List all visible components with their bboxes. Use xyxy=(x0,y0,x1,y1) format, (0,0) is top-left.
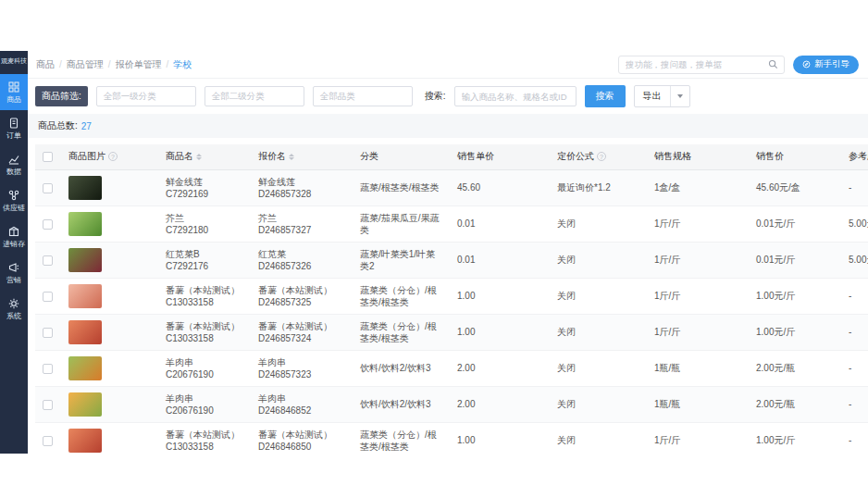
breadcrumb-item-quote-management[interactable]: 报价单管理 xyxy=(104,58,162,71)
col-header-unit-price: 销售单价 xyxy=(457,151,494,161)
product-image[interactable] xyxy=(68,392,102,417)
settings-gear-icon xyxy=(8,298,19,309)
col-header-product-name: 商品名 xyxy=(166,151,193,161)
help-icon[interactable] xyxy=(597,152,606,161)
sale-spec: 1瓶/瓶 xyxy=(654,399,680,409)
main-content: 商品 商品管理 报价单管理 学校 新手引导 xyxy=(28,51,868,454)
row-checkbox[interactable] xyxy=(43,183,53,193)
quote-name: 红苋菜 xyxy=(258,248,345,260)
help-icon[interactable] xyxy=(108,152,118,161)
filter-tag: 商品筛选: xyxy=(35,86,88,106)
row-checkbox[interactable] xyxy=(43,292,53,302)
table-row: 红苋菜B C7292176 红苋菜 D246857326 蔬菜/叶菜类1/叶菜类… xyxy=(35,242,868,278)
product-image[interactable] xyxy=(68,356,102,380)
sidebar-item-marketing[interactable]: 营销 xyxy=(0,255,28,291)
quote-code: D246857326 xyxy=(258,260,345,272)
product-search-input[interactable] xyxy=(454,86,577,106)
sale-price: 1.00元/斤 xyxy=(756,327,795,337)
sale-price: 1.00元/斤 xyxy=(756,435,795,445)
category-level1-select[interactable]: 全部一级分类 xyxy=(96,86,196,106)
table-row: 羊肉串 C20676190 羊肉串 D246857323 饮料/饮料2/饮料3 … xyxy=(35,350,868,386)
search-icon[interactable] xyxy=(768,59,778,69)
sort-icon[interactable] xyxy=(289,154,294,161)
row-checkbox[interactable] xyxy=(43,400,53,410)
product-image[interactable] xyxy=(68,248,102,272)
product-name: 番薯（本站测试） xyxy=(166,320,243,332)
product-code: C13033158 xyxy=(166,332,243,344)
export-button[interactable]: 导出 xyxy=(634,85,690,107)
breadcrumb-item-school[interactable]: 学校 xyxy=(162,58,192,71)
row-checkbox[interactable] xyxy=(43,436,53,446)
quote-code: D246857325 xyxy=(258,296,345,308)
sale-spec: 1斤/斤 xyxy=(654,291,680,301)
quote-code: D246846850 xyxy=(258,441,345,453)
reference-cost: - xyxy=(849,435,851,445)
row-checkbox[interactable] xyxy=(43,219,53,230)
row-checkbox[interactable] xyxy=(43,328,53,338)
global-search-input[interactable] xyxy=(619,59,768,69)
product-name: 羊肉串 xyxy=(166,356,243,368)
guide-button[interactable]: 新手引导 xyxy=(793,56,859,74)
product-name: 番薯（本站测试） xyxy=(166,429,243,441)
global-search[interactable] xyxy=(618,56,785,74)
reference-cost: 5.00元 xyxy=(849,255,868,265)
product-image[interactable] xyxy=(68,320,102,344)
col-header-category: 分类 xyxy=(360,151,378,161)
sidebar-item-inventory[interactable]: 进销存 xyxy=(0,218,28,255)
quote-code: D246857324 xyxy=(258,332,345,344)
category-level3-select[interactable]: 全部品类 xyxy=(313,86,413,106)
quote-name: 番薯（本站测试） xyxy=(258,284,345,296)
pricing-formula: 关闭 xyxy=(557,327,576,337)
sale-price: 2.00元/瓶 xyxy=(756,399,795,409)
product-code: C7292169 xyxy=(166,188,243,200)
reference-cost: - xyxy=(849,182,851,193)
guide-button-label: 新手引导 xyxy=(814,58,849,70)
quote-code: D246857323 xyxy=(258,368,345,380)
pricing-formula: 关闭 xyxy=(557,399,576,409)
product-name: 羊肉串 xyxy=(166,392,243,405)
product-image[interactable] xyxy=(68,212,102,236)
table-row: 羊肉串 C20676190 羊肉串 D246846852 饮料/饮料2/饮料3 … xyxy=(35,386,868,422)
product-image[interactable] xyxy=(68,429,102,453)
filter-bar: 商品筛选: 全部一级分类 全部二级分类 全部品类 搜索: 搜索 导出 xyxy=(28,79,868,114)
product-name: 芥兰 xyxy=(166,212,243,224)
sale-price: 2.00元/瓶 xyxy=(756,363,795,373)
category-text: 蔬菜/茄果瓜豆/果蔬类 xyxy=(360,213,440,235)
app-logo: 观麦科技 xyxy=(0,51,28,74)
sidebar-item-settings[interactable]: 系统 xyxy=(0,291,28,327)
row-checkbox[interactable] xyxy=(43,255,53,266)
sort-icon[interactable] xyxy=(196,154,202,161)
category-text: 蔬菜类（分仓）/根茎类/根茎类 xyxy=(360,285,437,307)
sidebar: 观麦科技 商品 订单 数据 供应链 xyxy=(0,51,28,454)
search-button[interactable]: 搜索 xyxy=(585,85,626,107)
orders-icon xyxy=(8,118,19,129)
chevron-down-icon[interactable] xyxy=(670,86,689,106)
sidebar-item-supply-chain[interactable]: 供应链 xyxy=(0,182,28,218)
sidebar-item-data[interactable]: 数据 xyxy=(0,146,28,182)
table-row: 番薯（本站测试） C13033158 番薯（本站测试） D246857324 蔬… xyxy=(35,314,868,350)
sidebar-item-products[interactable]: 商品 xyxy=(0,74,28,110)
table-row: 番薯（本站测试） C13033158 番薯（本站测试） D246857325 蔬… xyxy=(35,278,868,314)
col-header-pricing-formula: 定价公式 xyxy=(557,151,594,161)
data-icon xyxy=(8,154,19,165)
reference-cost: - xyxy=(849,399,851,409)
quote-code: D246857328 xyxy=(258,188,345,200)
select-all-checkbox[interactable] xyxy=(43,152,53,162)
product-image[interactable] xyxy=(68,284,102,308)
table-body: 鲜金线莲 C7292169 鲜金线莲 D246857328 蔬菜/根茎类/根茎类… xyxy=(35,169,868,454)
row-checkbox[interactable] xyxy=(43,364,53,374)
pricing-formula: 关闭 xyxy=(557,218,576,229)
category-level2-select[interactable]: 全部二级分类 xyxy=(205,86,304,106)
total-count-value: 27 xyxy=(81,121,92,131)
col-header-quote-name: 报价名 xyxy=(258,151,286,161)
unit-price: 2.00 xyxy=(457,363,475,373)
table-header-row: 商品图片 商品名 报价名 分类 销售单价 定价公式 销售规格 销售价 参考成 xyxy=(35,144,868,169)
category-text: 饮料/饮料2/饮料3 xyxy=(360,363,431,373)
product-code: C7292176 xyxy=(166,260,243,272)
sidebar-item-orders[interactable]: 订单 xyxy=(0,110,28,146)
breadcrumb-item-products[interactable]: 商品 xyxy=(36,58,55,71)
col-header-sale-spec: 销售规格 xyxy=(654,151,691,161)
breadcrumb-item-product-management[interactable]: 商品管理 xyxy=(55,58,104,71)
product-image[interactable] xyxy=(68,176,102,200)
table-row: 鲜金线莲 C7292169 鲜金线莲 D246857328 蔬菜/根茎类/根茎类… xyxy=(35,169,868,205)
